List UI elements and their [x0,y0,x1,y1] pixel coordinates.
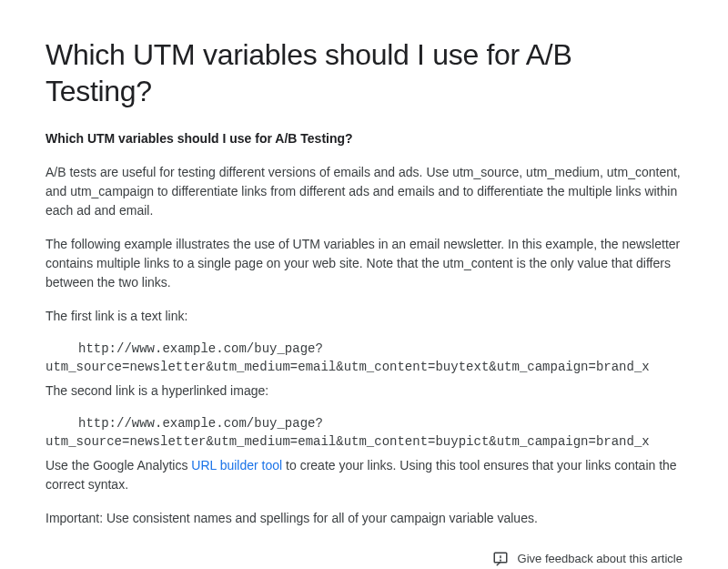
paragraph-important-note: Important: Use consistent names and spel… [46,509,682,528]
code-line: http://www.example.com/buy_page? [46,340,323,359]
feedback-button[interactable]: Give feedback about this article [46,550,682,568]
text-before-link: Use the Google Analytics [46,458,191,472]
paragraph-second-link-label: The second link is a hyperlinked image: [46,381,682,401]
code-line: http://www.example.com/buy_page? [46,415,323,433]
paragraph-intro: A/B tests are useful for testing differe… [46,163,682,220]
code-line: utm_source=newsletter&utm_medium=email&u… [46,360,650,374]
paragraph-example-intro: The following example illustrates the us… [46,235,682,292]
page-title: Which UTM variables should I use for A/B… [46,36,682,109]
feedback-label: Give feedback about this article [518,550,682,568]
paragraph-first-link-label: The first link is a text link: [46,307,682,326]
url-builder-link[interactable]: URL builder tool [191,458,282,472]
code-example-2: http://www.example.com/buy_page? utm_sou… [46,415,682,451]
code-example-1: http://www.example.com/buy_page? utm_sou… [46,340,682,376]
code-line: utm_source=newsletter&utm_medium=email&u… [46,434,650,449]
article-subheading: Which UTM variables should I use for A/B… [46,129,682,148]
svg-point-2 [500,560,500,561]
feedback-icon [492,551,509,567]
paragraph-url-builder: Use the Google Analytics URL builder too… [46,456,682,494]
